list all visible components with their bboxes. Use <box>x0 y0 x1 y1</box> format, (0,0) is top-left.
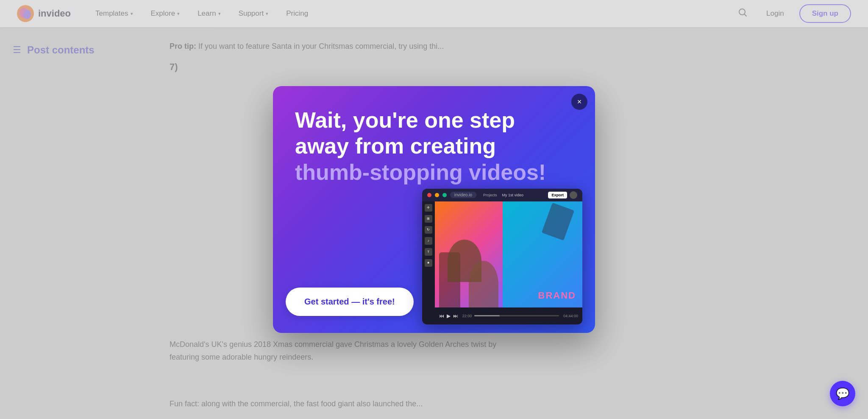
video-canvas: BRAND ⏮ ▶ ⏭ 22:00 04:44:00 <box>435 201 582 324</box>
chat-button[interactable]: 💬 <box>830 381 855 406</box>
video-timeline: ⏮ ▶ ⏭ 22:00 04:44:00 <box>435 307 582 324</box>
timeline-bar <box>474 315 559 316</box>
topbar-project: Projects <box>483 193 497 197</box>
modal: × Wait, you're one step away from creati… <box>273 86 595 333</box>
move-tool-icon: ✛ <box>425 204 432 212</box>
modal-bottom: Get started — it's free! invideo.io Proj… <box>273 193 595 333</box>
prev-button[interactable]: ⏮ <box>439 313 444 319</box>
user-avatar-mock <box>570 191 577 199</box>
topbar-video-name: My 1st video <box>502 193 523 197</box>
video-editor-area: ✛ ⊞ ↻ ♪ T ★ <box>422 201 582 324</box>
text-tool-icon: T <box>425 248 432 256</box>
modal-headline-line2: away from creating <box>295 134 573 158</box>
timeline-time2: 04:44:00 <box>563 314 578 318</box>
canvas-left <box>435 201 503 307</box>
modal-overlay: × Wait, you're one step away from creati… <box>0 0 868 419</box>
modal-headline-line1: Wait, you're one step <box>295 108 573 132</box>
brand-text: BRAND <box>538 290 576 301</box>
play-button[interactable]: ▶ <box>447 313 451 319</box>
figure-shoe <box>542 203 574 240</box>
dot-red <box>427 193 431 197</box>
modal-text-section: Wait, you're one step away from creating… <box>273 86 595 193</box>
timeline-progress <box>474 315 500 316</box>
video-preview: invideo.io Projects My 1st video Export … <box>422 189 582 324</box>
figure-person-2 <box>469 261 498 307</box>
topbar-url: invideo.io <box>450 192 476 198</box>
close-icon: × <box>577 98 582 106</box>
export-button-mock: Export <box>548 192 567 198</box>
dot-yellow <box>435 193 439 197</box>
music-tool-icon: ♪ <box>425 237 432 245</box>
topbar-right: Export <box>548 191 577 199</box>
chat-icon: 💬 <box>836 387 849 400</box>
modal-subheadline: thumb-stopping videos! <box>295 160 573 184</box>
timeline-time1: 22:00 <box>462 314 472 318</box>
star-tool-icon: ★ <box>425 259 432 267</box>
modal-cta-button[interactable]: Get started — it's free! <box>286 288 414 316</box>
video-topbar: invideo.io Projects My 1st video Export <box>422 189 582 201</box>
next-button[interactable]: ⏭ <box>453 313 458 319</box>
modal-close-button[interactable]: × <box>571 94 587 110</box>
dot-green <box>442 193 447 197</box>
rotate-tool-icon: ↻ <box>425 226 432 234</box>
canvas-right: BRAND <box>503 201 582 307</box>
crop-tool-icon: ⊞ <box>425 215 432 223</box>
topbar-left: invideo.io Projects My 1st video <box>427 192 523 198</box>
video-sidebar-tools: ✛ ⊞ ↻ ♪ T ★ <box>422 201 435 324</box>
